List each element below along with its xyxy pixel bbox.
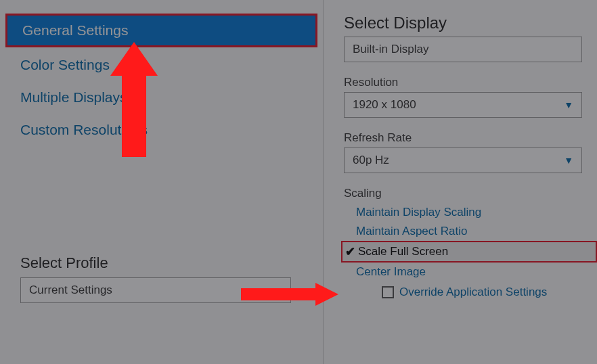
nav-item-custom-resolutions[interactable]: Custom Resolutions	[0, 114, 323, 146]
check-icon: ✔	[345, 244, 355, 259]
chevron-down-icon: ▼	[564, 155, 573, 166]
main-panel: Select Display Built-in Display Resoluti…	[323, 0, 597, 364]
nav-item-multiple-displays[interactable]: Multiple Displays	[0, 81, 323, 114]
resolution-label: Resolution	[344, 76, 597, 89]
scaling-opt-scale-full-screen[interactable]: ✔ Scale Full Screen	[341, 241, 597, 263]
checkbox-icon	[382, 286, 394, 298]
nav-item-general-settings[interactable]: General Settings	[5, 14, 317, 47]
display-value: Built-in Display	[353, 43, 428, 56]
sidebar: General Settings Color Settings Multiple…	[0, 0, 323, 364]
refresh-dropdown[interactable]: 60p Hz ▼	[344, 147, 582, 173]
resolution-group: Resolution 1920 x 1080 ▼	[344, 76, 597, 118]
resolution-dropdown[interactable]: 1920 x 1080 ▼	[344, 92, 582, 118]
display-dropdown[interactable]: Built-in Display	[344, 37, 582, 62]
profile-heading: Select Profile	[20, 254, 303, 272]
refresh-group: Refresh Rate 60p Hz ▼	[344, 131, 597, 173]
chevron-down-icon: ▼	[273, 285, 282, 296]
display-group: Select Display Built-in Display	[344, 14, 597, 62]
scaling-opt-label: Scale Full Screen	[358, 245, 448, 258]
scaling-list: Maintain Display Scaling Maintain Aspect…	[344, 203, 597, 299]
refresh-label: Refresh Rate	[344, 131, 597, 145]
scaling-group: Scaling Maintain Display Scaling Maintai…	[344, 187, 597, 299]
override-label: Override Application Settings	[399, 286, 547, 299]
profile-dropdown[interactable]: Current Settings ▼	[20, 277, 291, 303]
app-root: General Settings Color Settings Multiple…	[0, 0, 597, 364]
nav-item-color-settings[interactable]: Color Settings	[0, 49, 323, 81]
nav-list: General Settings Color Settings Multiple…	[0, 14, 323, 146]
display-heading: Select Display	[344, 14, 597, 32]
scaling-opt-center-image[interactable]: Center Image	[356, 263, 597, 281]
refresh-value: 60p Hz	[353, 154, 389, 167]
profile-value: Current Settings	[29, 283, 112, 297]
override-checkbox[interactable]: Override Application Settings	[382, 286, 597, 299]
scaling-label: Scaling	[344, 187, 597, 200]
scaling-opt-maintain-aspect[interactable]: Maintain Aspect Ratio	[356, 222, 597, 241]
profile-section: Select Profile Current Settings ▼	[0, 254, 323, 303]
resolution-value: 1920 x 1080	[353, 98, 416, 112]
chevron-down-icon: ▼	[564, 99, 573, 110]
scaling-opt-maintain-display[interactable]: Maintain Display Scaling	[356, 203, 597, 222]
